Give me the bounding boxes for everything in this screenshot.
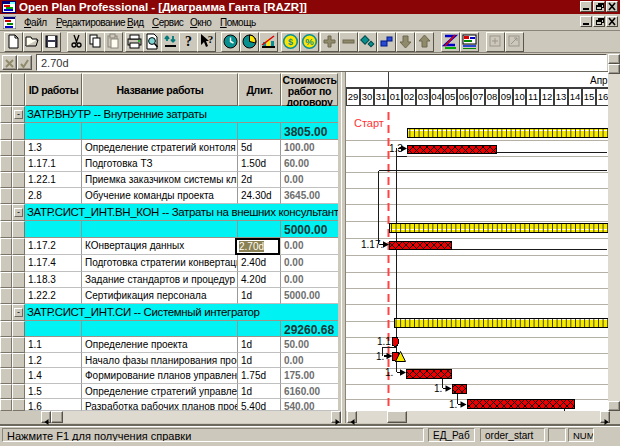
svg-text:1.17.: 1.17. [361,239,383,250]
svg-text:1.: 1. [434,383,442,394]
svg-text:?: ? [208,33,214,45]
svg-text:?: ? [185,34,192,49]
svg-text:1.3: 1.3 [389,143,403,154]
svg-text:1.1: 1.1 [377,336,391,347]
svg-text:1.: 1. [385,367,393,378]
svg-text:%: % [305,36,314,47]
svg-text:Старт: Старт [354,117,384,129]
svg-text:1.: 1. [376,351,384,362]
svg-text:1.: 1. [449,399,457,410]
svg-text:$: $ [288,37,293,47]
